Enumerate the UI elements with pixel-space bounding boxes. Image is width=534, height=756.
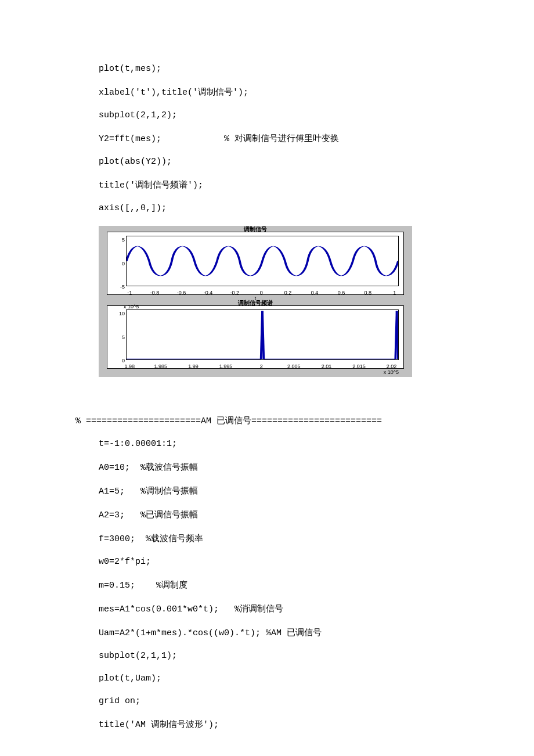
code-line: axis([,,0,]); xyxy=(99,203,435,213)
spectrum-icon xyxy=(127,310,398,359)
code-line: grid on; xyxy=(99,696,435,706)
code-line: w0=2*f*pi; xyxy=(99,557,435,567)
subplot-modulation-signal: 调制信号 5 0 -5 -1 -0.8 -0.6 -0.4 -0.2 0 0.2… xyxy=(107,232,404,295)
code-line: f=3000; %载波信号频率 xyxy=(99,533,435,544)
sine-wave-icon xyxy=(127,236,398,286)
code-line: plot(t,Uam); xyxy=(99,674,435,683)
y-tick: 0 xyxy=(107,358,125,363)
code-block-2: t=-1:0.00001:1; A0=10; %载波信号振幅 A1=5; %调制… xyxy=(99,439,435,730)
code-line: A2=3; %已调信号振幅 xyxy=(99,509,435,520)
document-page: plot(t,mes); xlabel('t'),title('调制信号'); … xyxy=(0,0,534,756)
code-line: plot(t,mes); xyxy=(99,64,435,74)
x-tick: -0.4 xyxy=(204,290,213,296)
code-line: subplot(2,1,2); xyxy=(99,110,435,120)
y-axis-exponent: x 10^5 xyxy=(124,304,139,309)
chart-title: 调制信号频谱 xyxy=(107,299,403,307)
y-tick: 10 xyxy=(107,311,125,316)
y-tick: 5 xyxy=(107,237,125,243)
subplot-spectrum: 调制信号频谱 x 10^5 10 5 0 1.98 1.985 1.99 1.9 xyxy=(107,305,404,369)
x-tick: 2 xyxy=(260,363,263,369)
code-line: Y2=fft(mes); % 对调制信号进行傅里叶变换 xyxy=(99,133,435,144)
x-tick: 0.4 xyxy=(311,290,319,296)
x-tick: 0 xyxy=(260,290,263,296)
x-tick: -1 xyxy=(127,290,132,296)
x-tick: -0.6 xyxy=(177,290,186,296)
svg-line-5 xyxy=(397,311,398,359)
x-tick: 1.985 xyxy=(154,363,168,369)
code-line: plot(abs(Y2)); xyxy=(99,157,435,167)
x-tick: 2.015 xyxy=(352,363,366,369)
x-tick: 0.8 xyxy=(365,290,372,296)
code-block-1: plot(t,mes); xlabel('t'),title('调制信号'); … xyxy=(99,64,435,213)
chart-title: 调制信号 xyxy=(107,225,403,233)
plot-area xyxy=(126,309,399,360)
x-tick: 2.005 xyxy=(287,363,301,369)
plot-area xyxy=(126,236,399,286)
code-line: title('调制信号频谱'); xyxy=(99,179,435,190)
svg-line-2 xyxy=(262,311,264,359)
y-tick: 5 xyxy=(107,334,125,340)
x-tick: 0.2 xyxy=(284,290,292,296)
x-tick: 1.99 xyxy=(188,363,199,369)
x-tick: -0.8 xyxy=(150,290,160,296)
x-tick: 2.01 xyxy=(322,363,332,369)
x-tick: 0.6 xyxy=(338,290,345,296)
code-line: A0=10; %载波信号振幅 xyxy=(99,462,435,473)
code-line: mes=A1*cos(0.001*w0*t); %消调制信号 xyxy=(99,603,435,614)
x-tick: 2.02 xyxy=(387,363,397,369)
code-line: m=0.15; %调制度 xyxy=(99,579,435,591)
x-tick: 1.995 xyxy=(219,363,233,369)
x-axis-exponent: x 10^5 xyxy=(384,369,399,375)
code-line: xlabel('t'),title('调制信号'); xyxy=(99,87,435,98)
y-tick: 0 xyxy=(107,261,125,267)
code-line: t=-1:0.00001:1; xyxy=(99,439,435,449)
y-tick: -5 xyxy=(107,284,125,290)
x-tick: -0.2 xyxy=(230,290,240,296)
matlab-figure: 调制信号 5 0 -5 -1 -0.8 -0.6 -0.4 -0.2 0 0.2… xyxy=(99,226,412,377)
code-line: subplot(2,1,1); xyxy=(99,651,435,661)
x-tick: 1.98 xyxy=(124,363,135,369)
code-line: Uam=A2*(1+m*mes).*cos((w0).*t); %AM 已调信号 xyxy=(99,627,435,638)
x-tick: 1 xyxy=(393,290,396,296)
code-line: title('AM 调制信号波形'); xyxy=(99,719,435,730)
section-divider: % ======================AM 已调信号=========… xyxy=(75,415,435,426)
code-line: A1=5; %调制信号振幅 xyxy=(99,485,435,496)
